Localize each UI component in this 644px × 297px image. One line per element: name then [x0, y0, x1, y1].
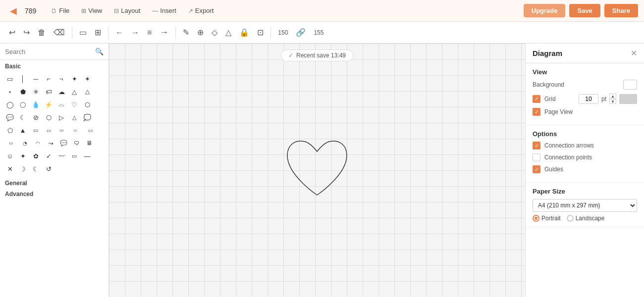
connection-arrows-checkbox[interactable]: ✓	[533, 142, 540, 149]
panel-close-button[interactable]: ✕	[631, 49, 637, 58]
shape-circle[interactable]: ◯	[4, 99, 16, 110]
shape-rect3[interactable]: ▭	[43, 124, 54, 136]
shape-tri-small[interactable]: △	[68, 111, 80, 123]
shape-box3d[interactable]: ⬡	[81, 99, 93, 110]
canvas-area[interactable]: ✓ Recent save 13:49	[109, 44, 525, 297]
view-menu[interactable]: ⊞ View	[76, 5, 107, 16]
shape-crescent2[interactable]: ☽	[30, 163, 42, 175]
shape-badge[interactable]: 🏷	[43, 86, 54, 98]
clear-button[interactable]: ⌫	[51, 26, 68, 39]
link-tool[interactable]: 🔗	[293, 26, 309, 39]
arrow-right-tool[interactable]: →	[128, 26, 142, 39]
paper-size-select[interactable]: A4 (210 mm x 297 mm) A3 (297 mm x 420 mm…	[533, 199, 637, 212]
shape-corner1[interactable]: ⌐	[43, 73, 54, 85]
share-button[interactable]: Share	[604, 4, 638, 17]
shape-nope[interactable]: ⊘	[30, 111, 42, 123]
shape-comment2[interactable]: 🗨	[70, 137, 82, 149]
landscape-label[interactable]: Landscape	[567, 215, 605, 222]
shape-hline[interactable]: ─	[30, 73, 42, 85]
portrait-radio[interactable]	[533, 215, 539, 222]
shape-oval[interactable]: ◠	[32, 137, 44, 149]
shape-bolt[interactable]: ⚡	[43, 99, 54, 110]
file-menu[interactable]: 🗋 File	[46, 5, 74, 16]
shape-cloud[interactable]: ☁	[55, 86, 67, 98]
shape-vline[interactable]: │	[17, 73, 29, 85]
shape-hex[interactable]: ⬟	[17, 86, 29, 98]
shape-tri3[interactable]: ▲	[17, 124, 29, 136]
rect-tool[interactable]: ▭	[76, 26, 90, 39]
shape-callout[interactable]: 💭	[81, 111, 93, 123]
landscape-radio[interactable]	[567, 215, 574, 222]
portrait-label[interactable]: Portrait	[533, 215, 561, 222]
shape-sun[interactable]: ✿	[30, 150, 42, 162]
export-menu[interactable]: ↗ Export	[183, 5, 219, 16]
arrow-left-tool[interactable]: ←	[112, 26, 126, 39]
grid-tool[interactable]: ⊞	[92, 26, 104, 39]
shape-check[interactable]: ✓	[43, 150, 54, 162]
shape-star4[interactable]: ✦	[68, 73, 80, 85]
shape-circle2[interactable]: ◯	[17, 99, 29, 110]
shape-rect2[interactable]: ▭	[30, 124, 42, 136]
layout-menu[interactable]: ⊟ Layout	[109, 5, 145, 16]
undo-button[interactable]: ↩	[6, 26, 18, 39]
shape-rect[interactable]: ▭	[4, 73, 16, 85]
shape-x[interactable]: ✕	[4, 163, 16, 175]
shape-speech[interactable]: 💬	[4, 111, 16, 123]
redo-button[interactable]: ↪	[20, 26, 33, 39]
shape-arrow-r[interactable]: ▷	[55, 111, 67, 123]
shape-star5[interactable]: ✦	[17, 150, 29, 162]
zoom-in-indicator[interactable]: 155	[311, 27, 326, 38]
shape-cycle[interactable]: ↺	[43, 163, 54, 175]
shape-squiggle[interactable]: ↝	[45, 137, 56, 149]
insert-menu[interactable]: — Insert	[147, 5, 181, 16]
shape-rect8[interactable]: ▭	[68, 150, 80, 162]
guides-checkbox[interactable]: ✓	[533, 165, 540, 173]
shape-penta[interactable]: ⬠	[4, 124, 16, 136]
shape-tri1[interactable]: △	[68, 86, 80, 98]
upgrade-button[interactable]: Upgrade	[524, 4, 566, 17]
plus-tool[interactable]: ⊕	[194, 26, 207, 39]
edit-tool[interactable]: ✎	[180, 26, 192, 39]
grid-increment[interactable]: ▲	[609, 94, 616, 99]
zoom-out-indicator[interactable]: 150	[275, 27, 291, 38]
shape-smiley[interactable]: ☺	[4, 150, 16, 162]
shape-rect6[interactable]: ▭	[83, 124, 97, 136]
line-tool[interactable]: →	[157, 25, 171, 40]
shape-hex2[interactable]: ⬡	[43, 111, 54, 123]
shape-moon[interactable]: ☾	[17, 111, 29, 123]
heart-shape[interactable]	[277, 131, 357, 210]
shape-star-outline[interactable]: ⋆	[4, 86, 16, 98]
grid-decrement[interactable]: ▼	[609, 99, 616, 104]
shape-comment[interactable]: 💬	[57, 137, 69, 149]
shape-corner2[interactable]: ⌐	[55, 73, 67, 85]
shape-rect4[interactable]: ▭	[55, 124, 67, 136]
shape-rect5[interactable]: ▭	[68, 124, 82, 136]
shape-dash[interactable]: —	[81, 150, 93, 162]
grid-checkbox[interactable]: ✓	[533, 95, 540, 103]
grid-color-picker[interactable]	[619, 94, 637, 104]
page-view-checkbox[interactable]: ✓	[533, 108, 540, 116]
shape-monitor[interactable]: 🖥	[83, 137, 95, 149]
grid-value-input[interactable]	[579, 94, 598, 104]
search-input[interactable]	[5, 48, 92, 55]
align-tool[interactable]: ≡	[144, 26, 155, 39]
shape-pill[interactable]: ◔	[19, 137, 31, 149]
shape-rect7[interactable]: ▭	[4, 137, 18, 149]
shape-star8[interactable]: ✳	[30, 86, 42, 98]
shape-half[interactable]: ⌓	[55, 99, 67, 110]
shape-crescent[interactable]: ☽	[17, 163, 29, 175]
back-button[interactable]: ◀	[6, 3, 21, 18]
background-color-picker[interactable]	[623, 80, 637, 90]
delete-button[interactable]: 🗑	[35, 26, 49, 39]
shape-drop[interactable]: 💧	[30, 99, 42, 110]
frame-tool[interactable]: ⊡	[254, 26, 267, 39]
shape-wave[interactable]: 〰	[55, 150, 67, 162]
connection-points-checkbox[interactable]	[533, 153, 540, 161]
diamond-tool[interactable]: ◇	[209, 26, 220, 39]
shape-heart[interactable]: ♡	[68, 99, 80, 110]
shape-star6[interactable]: ✶	[81, 73, 93, 85]
lock-tool[interactable]: 🔒	[236, 26, 252, 39]
triangle-tool[interactable]: △	[222, 26, 234, 39]
shape-tri2[interactable]: △	[81, 86, 93, 98]
save-button[interactable]: Save	[569, 4, 600, 17]
